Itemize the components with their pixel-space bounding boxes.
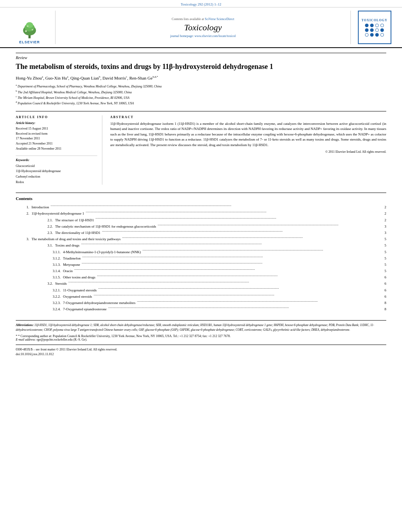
toc-title-3-2-1: 11-Oxygenated steroids (63, 287, 98, 293)
toc-dots-3-1-3 (82, 261, 378, 266)
article-info-abstract: ARTICLE INFO Article history: Received 1… (16, 111, 386, 185)
email-label: E-mail address: (16, 338, 36, 341)
copyright-line: © 2011 Elsevier Ireland Ltd. All rights … (110, 150, 386, 154)
toc-title-3-1-4: Oracin (63, 268, 74, 274)
toc-subsubnum-3-1-5: 3.1.5. (31, 274, 63, 280)
sciverse-line: Contents lists available at SciVerse Sci… (172, 17, 234, 21)
toc-page-3: 5 (378, 236, 386, 242)
dot-5 (365, 28, 369, 32)
toxicology-badge: TOXICOLOGY (358, 11, 391, 44)
dot-1 (365, 24, 369, 27)
email-text: rge@popchtr.rockefeller.edu (R.-S. Ge). (37, 338, 87, 341)
toc-dots-3-1-1 (143, 249, 378, 253)
toc-row-3-2: 3.2. Steroids 6 (16, 280, 386, 287)
keywords-section: Keywords: Glucocorticoid 11β-Hydroxyster… (16, 156, 97, 185)
toc-subsubnum-3-2-4: 3.2.4. (31, 306, 63, 312)
toc-subnum-2-1: 2.1. (31, 217, 55, 223)
toc-row-3-2-2: 3.2.2. Oxygenated steroids 6 (16, 293, 386, 300)
toc-subsubnum-3-2-1: 3.2.1. (31, 287, 63, 293)
toc-page-3-2-3: 8 (378, 300, 386, 306)
journal-title: Toxicology (184, 22, 222, 33)
toc-row-2-1: 2.1. The structure of 11β-HSD1 2 (16, 217, 386, 223)
toc-title-3-1: Toxins and drugs (55, 242, 81, 248)
contents-section: Contents 1. Introduction 2 2. 11β-hydrox… (16, 193, 386, 312)
toc-page-2: 2 (378, 210, 386, 217)
article-info-header: ARTICLE INFO (16, 115, 97, 119)
abstract-text: 11β-Hydroxysteroid dehydrogenase isoform… (110, 121, 386, 148)
toc-subnum-3-2: 3.2. (31, 280, 55, 287)
toc-page-3-1-4: 5 (378, 268, 386, 274)
keyword-2: 11β-Hydroxysteroid dehydrogenase (16, 169, 97, 174)
sciverse-link[interactable]: SciVerse ScienceDirect (205, 17, 234, 21)
toc-subsubnum-3-1-3: 3.1.3. (31, 261, 63, 268)
bottom-bar: 0300-483X/$ – see front matter © 2011 El… (16, 345, 386, 356)
toc-page-3-1-2: 5 (378, 255, 386, 261)
toc-title-11bhsd: 11β-hydroxysteroid dehydrogenase 1 (31, 210, 86, 217)
toc-subsubnum-3-2-2: 3.2.2. (31, 293, 63, 300)
toc-dots-3-2-1 (98, 287, 378, 291)
abbreviations-line: Abbreviations: 11β-HSD1, 11β-hydroxyster… (16, 323, 386, 332)
page: Toxicology 292 (2012) 1–12 ELSEVIER (0, 0, 402, 532)
toc-dots-3 (122, 236, 378, 240)
toc-subsubnum-3-2-3: 3.2.3. (31, 300, 63, 306)
toc-title-2-2: The catalytic mechanism of 11β-HSD1 for … (55, 223, 157, 230)
corresp-text: Population Council & Rockefeller Univers… (53, 334, 231, 338)
toc-dots-2 (86, 211, 378, 215)
dot-7 (375, 28, 379, 32)
toxicology-dots-grid (365, 24, 384, 37)
toc-title-3-2-3: 7-Oxygenated dehydroepiandrosterone meta… (63, 300, 137, 306)
toc-dots-3-1-5 (97, 274, 378, 278)
elsevier-tree-icon (18, 20, 41, 39)
toc-dots-2-2 (157, 223, 378, 228)
homepage-link[interactable]: www.elsevier.com/locate/toxicol (195, 34, 236, 38)
keywords-label: Keywords: (16, 158, 97, 162)
journal-homepage: journal homepage: www.elsevier.com/locat… (170, 34, 236, 38)
toc-title-introduction: Introduction (31, 204, 51, 210)
toc-row-3: 3. The metabolism of drug and toxins and… (16, 236, 386, 242)
toc-row-3-1-1: 3.1.1. 4-Methylnitrosamino-1-(3-pyridyl)… (16, 249, 386, 255)
toc-title-2-1: The structure of 11β-HSD1 (55, 217, 95, 223)
corresp-label: * Corresponding author at: (18, 334, 52, 338)
svg-point-3 (26, 22, 33, 28)
toc-num-3: 3. (16, 236, 31, 242)
toc-row-2-2: 2.2. The catalytic mechanism of 11β-HSD1… (16, 223, 386, 230)
corresp-star: * (16, 334, 17, 338)
article-info-col: ARTICLE INFO Article history: Received 1… (16, 115, 102, 185)
doi-line: doi:10.1016/j.tox.2011.11.012 (16, 352, 386, 356)
journal-header: ELSEVIER Contents lists available at Sci… (0, 7, 402, 48)
affil-a: a Department of Pharmacology, School of … (16, 83, 386, 89)
toc-table: 1. Introduction 2 2. 11β-hydroxysteroid … (16, 204, 386, 312)
toc-page-3-1: 5 (378, 242, 386, 248)
toc-page-1: 2 (378, 204, 386, 210)
toc-subnum-2-2: 2.2. (31, 223, 55, 230)
corresponding-author-line: * * Corresponding author at: Population … (16, 334, 386, 338)
toc-title-3-1-1: 4-Methylnitrosamino-1-(3-pyridyl)-1-buta… (63, 249, 143, 255)
abbrev-text: 11β-HSD1, 11β-hydroxysteroid dehydrogena… (16, 323, 374, 331)
toc-row-introduction: 1. Introduction 2 (16, 204, 386, 210)
dot-6 (370, 28, 374, 32)
affiliations: a Department of Pharmacology, School of … (16, 83, 386, 106)
affil-d: d Population Council & Rockefeller Unive… (16, 100, 386, 106)
toc-title-3-2-4: 7-Oxygenated epiandrosterone (63, 306, 108, 312)
toc-row-3-1: 3.1. Toxins and drugs 5 (16, 242, 386, 248)
toc-row-3-1-5: 3.1.5. Other toxins and drugs 6 (16, 274, 386, 280)
abstract-header: ABSTRACT (110, 115, 386, 119)
keyword-3: Carbonyl reduction (16, 174, 97, 180)
toc-subnum-3-1: 3.1. (31, 242, 55, 248)
contents-title: Contents (16, 196, 386, 201)
toc-title-3-1-2: Triadimefon (63, 255, 82, 261)
issn-line: 0300-483X/$ – see front matter © 2011 El… (16, 347, 386, 352)
toc-subsubnum-3-1-1: 3.1.1. (31, 249, 63, 255)
toc-row-2-3: 2.3. The directionality of 11β-HSD1 3 (16, 230, 386, 236)
toc-page-3-2-1: 6 (378, 287, 386, 293)
toc-num-2: 2. (16, 210, 31, 217)
keyword-1: Glucocorticoid (16, 163, 97, 169)
toc-dots-3-2-2 (94, 293, 378, 298)
toc-page-2-3: 3 (378, 230, 386, 236)
available-date: Available online 28 November 2011 (16, 146, 97, 152)
toc-dots-2-1 (95, 217, 378, 221)
toc-row-3-2-3: 3.2.3. 7-Oxygenated dehydroepiandrostero… (16, 300, 386, 306)
toc-title-3-1-5: Other toxins and drugs (63, 274, 97, 280)
toc-page-3-2: 6 (378, 280, 386, 287)
abbrev-label: Abbreviations: (16, 323, 33, 327)
